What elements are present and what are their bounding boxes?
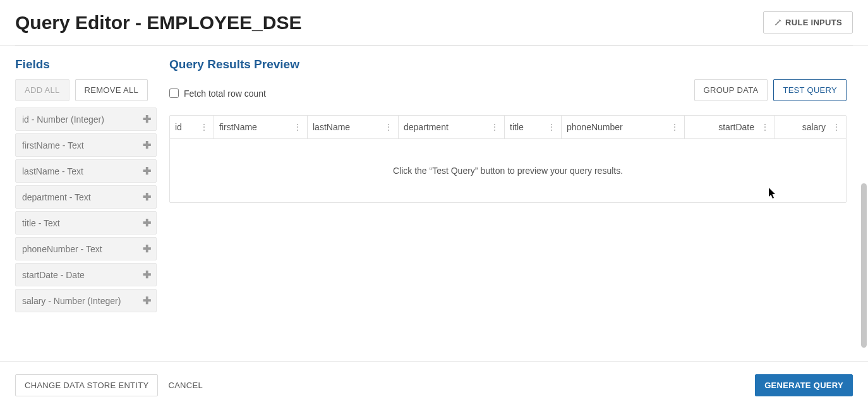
results-title: Query Results Preview — [169, 58, 847, 71]
column-header[interactable]: lastName⋮ — [308, 116, 399, 138]
field-item[interactable]: department - Text✚ — [15, 185, 157, 209]
page-title: Query Editor - EMPLOYEE_DSE — [15, 12, 301, 34]
column-menu-icon[interactable]: ⋮ — [832, 122, 841, 132]
column-header[interactable]: id⋮ — [170, 116, 214, 138]
column-header[interactable]: department⋮ — [399, 116, 505, 138]
fields-button-row: ADD ALL REMOVE ALL — [15, 79, 157, 101]
column-menu-icon[interactable]: ⋮ — [293, 122, 302, 132]
add-all-button[interactable]: ADD ALL — [15, 79, 69, 101]
field-item[interactable]: id - Number (Integer)✚ — [15, 107, 157, 131]
page-header: Query Editor - EMPLOYEE_DSE RULE INPUTS — [0, 0, 868, 46]
remove-all-button[interactable]: REMOVE ALL — [75, 79, 148, 101]
column-header-label: id — [175, 122, 182, 132]
rule-inputs-label: RULE INPUTS — [785, 18, 842, 27]
fields-sidebar: Fields ADD ALL REMOVE ALL id - Number (I… — [0, 46, 157, 362]
field-item[interactable]: salary - Number (Integer)✚ — [15, 289, 157, 312]
field-item[interactable]: startDate - Date✚ — [15, 263, 157, 286]
column-header[interactable]: title⋮ — [505, 116, 562, 138]
field-item[interactable]: firstName - Text✚ — [15, 133, 157, 157]
plus-icon[interactable]: ✚ — [143, 139, 151, 151]
fetch-row-count-checkbox[interactable] — [169, 89, 179, 98]
field-item-label: phoneNumber - Text — [22, 244, 102, 254]
column-header[interactable]: salary⋮ — [775, 116, 846, 138]
column-header-label: title — [510, 122, 524, 132]
field-item-label: id - Number (Integer) — [22, 114, 104, 125]
test-query-button[interactable]: TEST QUERY — [773, 79, 847, 101]
field-item-label: department - Text — [22, 192, 91, 202]
plus-icon[interactable]: ✚ — [143, 165, 151, 177]
group-data-button[interactable]: GROUP DATA — [694, 79, 768, 101]
results-empty-message: Click the “Test Query” button to preview… — [170, 139, 846, 202]
plus-icon[interactable]: ✚ — [143, 217, 151, 229]
column-header[interactable]: startDate⋮ — [685, 116, 775, 138]
field-item-label: lastName - Text — [22, 166, 83, 176]
change-data-store-entity-button[interactable]: CHANGE DATA STORE ENTITY — [15, 374, 158, 396]
footer-left: CHANGE DATA STORE ENTITY CANCEL — [15, 374, 203, 396]
field-list: id - Number (Integer)✚firstName - Text✚l… — [15, 107, 157, 312]
plus-icon[interactable]: ✚ — [143, 269, 151, 281]
fields-title: Fields — [15, 58, 157, 71]
field-item-label: firstName - Text — [22, 140, 84, 150]
plus-icon[interactable]: ✚ — [143, 243, 151, 255]
table-header-row: id⋮firstName⋮lastName⋮department⋮title⋮p… — [170, 116, 846, 139]
results-panel: Query Results Preview Fetch total row co… — [157, 46, 868, 362]
generate-query-button[interactable]: GENERATE QUERY — [755, 374, 853, 396]
column-header-label: salary — [802, 122, 826, 132]
fetch-row-count-text: Fetch total row count — [184, 89, 266, 99]
plus-icon[interactable]: ✚ — [143, 191, 151, 203]
column-menu-icon[interactable]: ⋮ — [200, 122, 208, 132]
column-menu-icon[interactable]: ⋮ — [761, 122, 769, 132]
fetch-row-count-label[interactable]: Fetch total row count — [169, 89, 266, 99]
column-menu-icon[interactable]: ⋮ — [547, 122, 556, 132]
cancel-button[interactable]: CANCEL — [168, 381, 203, 390]
field-item[interactable]: lastName - Text✚ — [15, 159, 157, 183]
rule-inputs-button[interactable]: RULE INPUTS — [763, 11, 853, 34]
results-button-row: GROUP DATA TEST QUERY — [694, 79, 847, 101]
plus-icon[interactable]: ✚ — [143, 113, 151, 125]
results-table: id⋮firstName⋮lastName⋮department⋮title⋮p… — [169, 115, 847, 203]
field-item[interactable]: phoneNumber - Text✚ — [15, 237, 157, 260]
column-menu-icon[interactable]: ⋮ — [490, 122, 499, 132]
scrollbar-thumb[interactable] — [861, 183, 867, 348]
column-header-label: phoneNumber — [567, 122, 623, 132]
field-item-label: salary - Number (Integer) — [22, 296, 121, 306]
pencil-icon — [774, 19, 781, 27]
column-header-label: department — [404, 122, 449, 132]
column-menu-icon[interactable]: ⋮ — [384, 122, 393, 132]
plus-icon[interactable]: ✚ — [143, 295, 151, 307]
column-header[interactable]: phoneNumber⋮ — [562, 116, 685, 138]
vertical-scrollbar[interactable] — [861, 57, 867, 348]
results-toolbar: Fetch total row count GROUP DATA TEST QU… — [169, 79, 847, 107]
content-area: Fields ADD ALL REMOVE ALL id - Number (I… — [0, 46, 868, 362]
column-header-label: lastName — [313, 122, 350, 132]
field-item-label: title - Text — [22, 218, 60, 228]
field-item-label: startDate - Date — [22, 270, 85, 280]
column-header-label: firstName — [219, 122, 257, 132]
column-header[interactable]: firstName⋮ — [214, 116, 308, 138]
field-item[interactable]: title - Text✚ — [15, 211, 157, 235]
column-menu-icon[interactable]: ⋮ — [670, 122, 679, 132]
page-footer: CHANGE DATA STORE ENTITY CANCEL GENERATE… — [0, 361, 868, 409]
column-header-label: startDate — [718, 122, 754, 132]
